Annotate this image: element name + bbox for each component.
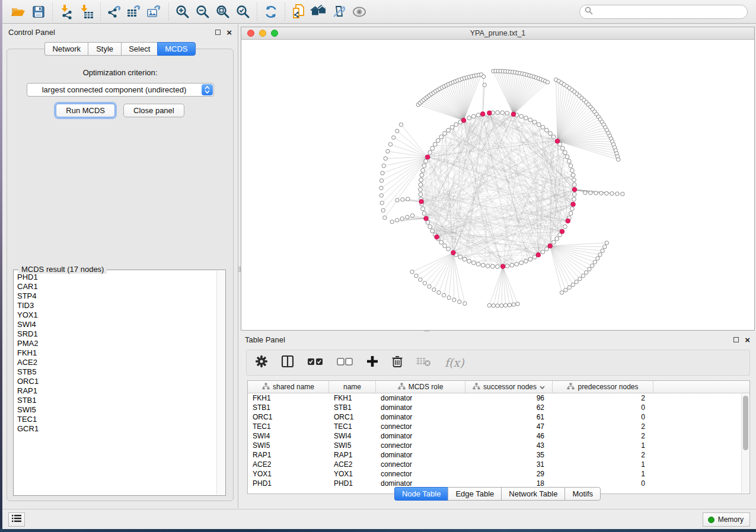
show-graphics-details-button[interactable] bbox=[349, 2, 369, 21]
table-cell[interactable]: TEC1 bbox=[248, 422, 329, 431]
table-cell[interactable]: 43 bbox=[465, 441, 553, 450]
import-network-button[interactable] bbox=[56, 2, 76, 21]
table-row[interactable]: STB1STB1dominator620 bbox=[248, 403, 749, 412]
save-session-button[interactable] bbox=[28, 2, 49, 21]
table-settings-button[interactable] bbox=[255, 355, 268, 370]
search-input[interactable] bbox=[593, 8, 747, 16]
column-header-shared-name[interactable]: shared name bbox=[248, 381, 329, 393]
mcds-hub-node[interactable] bbox=[487, 111, 492, 116]
table-row[interactable]: SWI4SWI4dominator462 bbox=[248, 431, 749, 441]
hide-graphics-details-button[interactable] bbox=[329, 2, 349, 21]
tab-node-table[interactable]: Node Table bbox=[394, 487, 448, 501]
table-cell[interactable]: SWI5 bbox=[329, 441, 376, 450]
table-cell[interactable]: 96 bbox=[465, 394, 553, 402]
task-history-button[interactable] bbox=[8, 512, 25, 527]
table-cell[interactable]: PHD1 bbox=[248, 479, 329, 488]
zoom-in-button[interactable] bbox=[173, 2, 193, 21]
search-box[interactable] bbox=[579, 5, 748, 19]
export-table-button[interactable] bbox=[125, 2, 145, 21]
mcds-result-item[interactable]: ACE2 bbox=[17, 358, 216, 367]
table-cell[interactable]: 1 bbox=[553, 460, 653, 469]
tab-select[interactable]: Select bbox=[121, 42, 157, 56]
close-panel-icon[interactable]: × bbox=[745, 337, 750, 342]
refresh-view-button[interactable] bbox=[261, 2, 281, 21]
mcds-hub-node[interactable] bbox=[548, 243, 553, 248]
table-cell[interactable]: ORC1 bbox=[329, 413, 376, 421]
mcds-result-item[interactable]: RAP1 bbox=[17, 386, 216, 396]
table-cell[interactable]: STB1 bbox=[248, 403, 329, 412]
table-cell[interactable]: TEC1 bbox=[329, 422, 376, 431]
table-cell[interactable]: 61 bbox=[465, 413, 553, 421]
zoom-selected-button[interactable] bbox=[233, 2, 253, 21]
table-cell[interactable]: 0 bbox=[553, 479, 653, 488]
add-column-button[interactable] bbox=[366, 355, 378, 370]
export-network-button[interactable] bbox=[104, 2, 125, 21]
table-cell[interactable]: 0 bbox=[553, 403, 653, 412]
table-cell[interactable]: 2 bbox=[553, 432, 653, 440]
run-mcds-button[interactable]: Run MCDS bbox=[56, 104, 115, 117]
table-cell[interactable]: dominator bbox=[376, 479, 465, 488]
table-cell[interactable]: 1 bbox=[553, 441, 653, 450]
show-columns-button[interactable] bbox=[281, 354, 294, 371]
table-cell[interactable]: FKH1 bbox=[329, 394, 376, 402]
zoom-out-button[interactable] bbox=[193, 2, 213, 21]
mcds-hub-node[interactable] bbox=[555, 139, 560, 143]
mcds-result-item[interactable]: STB5 bbox=[17, 367, 216, 377]
table-cell[interactable]: ACE2 bbox=[248, 460, 329, 469]
table-cell[interactable]: ACE2 bbox=[329, 460, 376, 469]
close-panel-icon[interactable]: × bbox=[227, 30, 232, 35]
table-cell[interactable]: YOX1 bbox=[248, 470, 329, 478]
mcds-result-item[interactable]: STP4 bbox=[17, 291, 216, 301]
table-row[interactable]: ACE2ACE2connector311 bbox=[248, 460, 749, 469]
mcds-result-item[interactable]: GCR1 bbox=[17, 424, 216, 434]
table-cell[interactable]: 1 bbox=[553, 470, 653, 478]
tab-mcds[interactable]: MCDS bbox=[157, 42, 195, 56]
network-canvas[interactable] bbox=[241, 40, 754, 330]
mcds-result-item[interactable]: SWI4 bbox=[17, 320, 216, 329]
mcds-hub-node[interactable] bbox=[461, 118, 466, 123]
tab-motifs[interactable]: Motifs bbox=[564, 487, 601, 501]
mcds-result-item[interactable]: YOX1 bbox=[17, 310, 216, 320]
table-cell[interactable]: 46 bbox=[465, 432, 553, 440]
table-cell[interactable]: 35 bbox=[465, 451, 553, 459]
mcds-result-list[interactable]: PHD1CAR1STP4TID3YOX1SWI4SRD1PMA2FKH1ACE2… bbox=[17, 273, 216, 494]
mcds-hub-node[interactable] bbox=[571, 202, 576, 207]
table-row[interactable]: RAP1RAP1dominator352 bbox=[248, 450, 749, 460]
table-cell[interactable]: dominator bbox=[376, 413, 465, 421]
table-cell[interactable]: dominator bbox=[376, 451, 465, 459]
mcds-hub-node[interactable] bbox=[424, 216, 429, 221]
export-image-button[interactable] bbox=[145, 2, 165, 21]
mcds-result-item[interactable]: STB1 bbox=[17, 396, 216, 405]
table-cell[interactable]: 0 bbox=[553, 413, 653, 421]
mcds-result-item[interactable]: TEC1 bbox=[17, 415, 216, 424]
table-cell[interactable]: YOX1 bbox=[329, 470, 376, 478]
optimization-criterion-select[interactable]: largest connected component (undirected) bbox=[27, 83, 214, 97]
column-header-successor-nodes[interactable]: successor nodes bbox=[465, 381, 553, 393]
table-row[interactable]: TEC1TEC1connector472 bbox=[248, 422, 749, 431]
table-cell[interactable]: 2 bbox=[553, 422, 653, 431]
table-row[interactable]: YOX1YOX1connector291 bbox=[248, 469, 749, 479]
zoom-fit-button[interactable] bbox=[213, 2, 233, 21]
table-cell[interactable]: STB1 bbox=[329, 403, 376, 412]
table-cell[interactable]: dominator bbox=[376, 394, 465, 402]
table-scrollbar[interactable] bbox=[741, 394, 749, 493]
tab-style[interactable]: Style bbox=[88, 42, 121, 56]
table-cell[interactable]: ORC1 bbox=[248, 413, 329, 421]
table-cell[interactable]: dominator bbox=[376, 403, 465, 412]
mcds-hub-node[interactable] bbox=[435, 235, 439, 239]
delete-table-button[interactable] bbox=[416, 356, 432, 369]
mcds-list-scrollbar[interactable] bbox=[216, 271, 225, 495]
float-panel-icon[interactable] bbox=[733, 337, 739, 342]
column-header-MCDS-role[interactable]: MCDS role bbox=[376, 381, 465, 393]
import-table-button[interactable] bbox=[76, 2, 97, 21]
mcds-hub-node[interactable] bbox=[425, 155, 430, 159]
scrollbar-thumb[interactable] bbox=[743, 396, 748, 450]
mcds-hub-node[interactable] bbox=[480, 112, 485, 117]
table-cell[interactable]: 47 bbox=[465, 422, 553, 431]
table-cell[interactable]: SWI5 bbox=[248, 441, 329, 450]
table-cell[interactable]: RAP1 bbox=[329, 451, 376, 459]
mcds-hub-node[interactable] bbox=[572, 187, 577, 192]
mcds-hub-node[interactable] bbox=[500, 264, 505, 269]
table-cell[interactable]: 2 bbox=[553, 394, 653, 402]
column-header-predecessor-nodes[interactable]: predecessor nodes bbox=[553, 381, 653, 393]
